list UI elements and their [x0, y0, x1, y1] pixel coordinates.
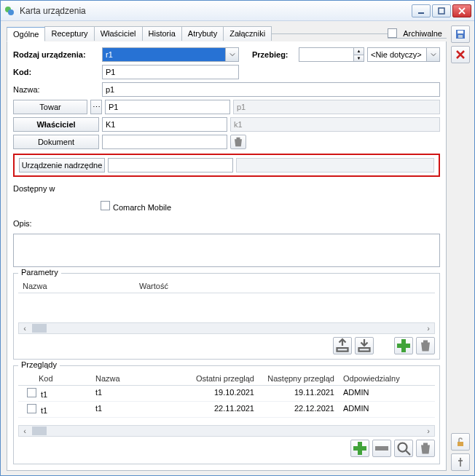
- wlasciciel-nazwa-field: k1: [230, 117, 440, 132]
- window-title: Karta urządzenia: [20, 6, 412, 16]
- maximize-button[interactable]: [432, 4, 451, 17]
- tab-ogolne[interactable]: Ogólne: [7, 27, 45, 41]
- svg-rect-8: [375, 446, 388, 451]
- archival-checkbox[interactable]: Archiwalne: [388, 28, 442, 38]
- table-row[interactable]: t1t122.11.202122.12.2021ADMIN: [18, 402, 435, 418]
- chevron-down-icon: [426, 48, 439, 61]
- parametry-legend: Parametry: [18, 268, 61, 277]
- przeglad-search-button[interactable]: [394, 440, 413, 457]
- przeglady-group: Przeglądy Kod Nazwa Ostatni przegląd Nas…: [13, 365, 440, 464]
- przeglady-scrollbar[interactable]: ‹›: [18, 425, 435, 437]
- przeglad-delete-button[interactable]: [416, 440, 435, 457]
- dokument-input[interactable]: [102, 135, 227, 149]
- svg-rect-3: [439, 8, 444, 14]
- param-col-nazwa[interactable]: Nazwa: [18, 282, 135, 290]
- pin-icon[interactable]: [451, 453, 470, 471]
- app-icon: [4, 5, 15, 17]
- label-rodzaj: Rodzaj urządzenia:: [13, 50, 99, 59]
- svg-rect-2: [418, 12, 424, 14]
- przebieg-spinner[interactable]: ▲▼: [299, 47, 364, 62]
- save-icon[interactable]: [451, 25, 470, 43]
- table-row[interactable]: t1t119.10.202119.11.2021ADMIN: [18, 386, 435, 402]
- trash-icon[interactable]: [230, 135, 246, 149]
- rodzaj-combo[interactable]: r1: [102, 47, 239, 62]
- label-przebieg: Przebieg:: [252, 50, 296, 59]
- urzadzenie-nadrzedne-button[interactable]: Urządzenie nadrzędne: [19, 158, 105, 172]
- parametry-group: Parametry Nazwa Wartość ‹›: [13, 273, 440, 360]
- svg-rect-5: [397, 344, 410, 348]
- close-button[interactable]: [452, 4, 471, 17]
- urzadzenie-nadrzedne-kod-input[interactable]: [108, 158, 233, 172]
- przeglad-col-kod[interactable]: Kod: [18, 374, 91, 383]
- titlebar: Karta urządzenia: [1, 1, 474, 21]
- towar-nazwa-field: p1: [233, 100, 440, 114]
- svg-point-1: [8, 9, 14, 15]
- unlock-icon[interactable]: [451, 433, 470, 451]
- svg-rect-13: [458, 442, 463, 446]
- przeglad-edit-button[interactable]: [372, 440, 391, 457]
- towar-button[interactable]: Towar: [13, 100, 87, 114]
- przeglad-col-odp[interactable]: Odpowiedzialny: [339, 374, 404, 383]
- tab-atrybuty[interactable]: Atrybuty: [181, 26, 224, 41]
- cancel-icon[interactable]: [451, 46, 470, 63]
- przebieg-unit-combo[interactable]: <Nie dotyczy>: [367, 47, 440, 62]
- add-button[interactable]: [394, 337, 413, 354]
- przeglad-col-nastepny[interactable]: Następny przegląd: [259, 374, 339, 383]
- delete-button[interactable]: [416, 337, 435, 354]
- wlasciciel-kod-input[interactable]: [102, 117, 227, 132]
- tab-zalaczniki[interactable]: Załączniki: [223, 26, 272, 41]
- przeglad-col-nazwa[interactable]: Nazwa: [91, 374, 186, 383]
- label-kod: Kod:: [13, 68, 99, 76]
- nazwa-input[interactable]: [102, 82, 440, 97]
- comarch-mobile-checkbox[interactable]: Comarch Mobile: [101, 201, 171, 212]
- tab-receptury[interactable]: Receptury: [44, 26, 94, 41]
- label-nazwa: Nazwa:: [13, 85, 99, 94]
- wlasciciel-button[interactable]: Właściciel: [13, 117, 99, 132]
- urzadzenie-nadrzedne-nazwa-field: [236, 158, 434, 172]
- svg-rect-12: [458, 35, 463, 38]
- przeglad-col-ostatni[interactable]: Ostatni przegląd: [186, 374, 259, 383]
- tab-historia[interactable]: Historia: [142, 26, 182, 41]
- label-opis: Opis:: [13, 219, 99, 228]
- przeglady-legend: Przeglądy: [18, 360, 60, 369]
- svg-rect-7: [353, 446, 366, 451]
- param-col-wartosc[interactable]: Wartość: [135, 282, 173, 290]
- param-scrollbar[interactable]: ‹›: [18, 322, 435, 334]
- label-dostepny: Dostępny w: [13, 184, 99, 193]
- opis-textarea[interactable]: [13, 234, 440, 267]
- minimize-button[interactable]: [412, 4, 431, 17]
- towar-picker-button[interactable]: ⋯: [90, 100, 102, 114]
- kod-input[interactable]: [102, 65, 239, 79]
- tab-wlasciciel[interactable]: Właściciel: [94, 26, 143, 41]
- svg-rect-11: [458, 31, 463, 33]
- dokument-button[interactable]: Dokument: [13, 135, 99, 149]
- svg-point-9: [399, 443, 407, 452]
- chevron-down-icon: [225, 48, 238, 61]
- przeglad-add-button[interactable]: [350, 440, 369, 457]
- import-icon[interactable]: [355, 337, 374, 354]
- towar-kod-input[interactable]: [105, 100, 230, 114]
- export-icon[interactable]: [333, 337, 352, 354]
- highlighted-section: Urządzenie nadrzędne: [13, 154, 440, 177]
